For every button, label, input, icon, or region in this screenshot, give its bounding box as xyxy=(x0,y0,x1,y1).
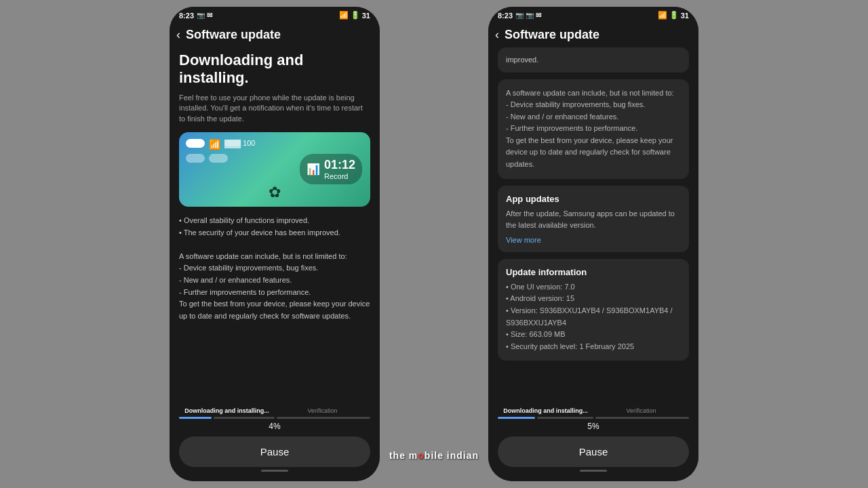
right-progress-track xyxy=(498,417,689,419)
left-progress-empty1 xyxy=(214,417,275,419)
left-progress-track xyxy=(179,417,370,419)
right-info-box-update-desc: A software update can include, but is no… xyxy=(498,79,689,179)
preview-waveform-icon: 📊 xyxy=(307,163,320,176)
left-downloading-title: Downloading and installing. xyxy=(179,52,370,87)
right-progress-percent: 5% xyxy=(498,422,689,431)
right-app-updates-text: After the update, Samsung apps can be up… xyxy=(506,208,681,232)
left-progress-filled xyxy=(179,417,212,419)
left-battery: 31 xyxy=(362,12,370,20)
right-update-info-lines: • One UI version: 7.0 • Android version:… xyxy=(506,281,681,353)
right-progress-empty1 xyxy=(537,417,593,419)
right-update-line-5: • Security patch level: 1 February 2025 xyxy=(506,341,681,353)
left-progress-percent: 4% xyxy=(179,422,370,431)
toggle-1 xyxy=(186,139,205,148)
left-bottom-bar: Downloading and installing... Verificati… xyxy=(170,402,380,481)
right-content: improved. A software update can include,… xyxy=(488,47,698,402)
left-subtitle: Feel free to use your phone while the up… xyxy=(179,93,370,124)
preview-flower-icon: ✿ xyxy=(269,184,281,201)
right-label-downloading: Downloading and installing... xyxy=(498,407,593,414)
left-header: ‹ Software update xyxy=(170,22,380,47)
screen-container: 8:23 📷 ✉ 📶 🔋 31 ‹ Software update Downlo… xyxy=(0,0,868,488)
right-update-line-1: • One UI version: 7.0 xyxy=(506,281,681,293)
watermark-text-before: the m xyxy=(389,450,418,461)
left-progress-empty2 xyxy=(277,417,370,419)
watermark-red-letter: o xyxy=(418,450,425,461)
left-phone: 8:23 📷 ✉ 📶 🔋 31 ‹ Software update Downlo… xyxy=(170,7,380,481)
right-update-line-2: • Android version: 15 xyxy=(506,293,681,305)
left-progress-labels: Downloading and installing... Verificati… xyxy=(179,407,370,414)
right-progress-labels: Downloading and installing... Verificati… xyxy=(498,407,689,414)
preview-time: 01:12 xyxy=(324,158,355,172)
right-update-line-4: • Size: 663.09 MB xyxy=(506,329,681,341)
right-status-icons: 📷 📷 ✉ xyxy=(515,12,541,19)
left-label-downloading: Downloading and installing... xyxy=(179,407,275,414)
right-signal: 📶 xyxy=(658,11,667,20)
left-status-bar: 8:23 📷 ✉ 📶 🔋 31 xyxy=(170,7,380,22)
right-update-line-3: • Version: S936BXXU1AYB4 / S936BOXM1AYB4… xyxy=(506,305,681,329)
right-header-title: Software update xyxy=(505,28,599,42)
left-bullets: • Overall stability of functions improve… xyxy=(179,215,370,322)
right-battery: 31 xyxy=(681,12,689,20)
right-app-updates-title: App updates xyxy=(506,194,681,204)
right-pause-button[interactable]: Pause xyxy=(498,436,689,467)
left-content: Downloading and installing. Feel free to… xyxy=(170,47,380,402)
right-home-indicator xyxy=(580,470,607,472)
preview-left-icons: 📶 ▓▓▓ 100 xyxy=(186,139,255,163)
left-phone-preview: 📶 ▓▓▓ 100 📊 01:12 Record ✿ xyxy=(179,132,370,207)
right-status-bar: 8:23 📷 📷 ✉ 📶 🔋 31 xyxy=(488,7,698,22)
right-header: ‹ Software update xyxy=(488,22,698,47)
toggle-3 xyxy=(209,154,228,163)
right-partial-box: improved. xyxy=(498,47,689,73)
toggle-row: 📶 ▓▓▓ 100 xyxy=(186,139,255,150)
right-progress-empty2 xyxy=(595,417,689,419)
watermark: the mobile indian xyxy=(389,450,479,481)
left-time: 8:23 xyxy=(179,12,194,20)
toggle-2 xyxy=(186,154,205,163)
left-header-title: Software update xyxy=(186,28,281,42)
right-update-info-title: Update information xyxy=(506,267,681,277)
left-status-icons: 📷 ✉ xyxy=(197,12,212,19)
toggle-row-2 xyxy=(186,154,255,163)
right-progress-filled xyxy=(498,417,535,419)
left-back-button[interactable]: ‹ xyxy=(176,28,180,42)
right-phone: 8:23 📷 📷 ✉ 📶 🔋 31 ‹ Software update impr… xyxy=(488,7,698,481)
right-app-updates-box: App updates After the update, Samsung ap… xyxy=(498,186,689,252)
left-label-verification: Verification xyxy=(275,407,370,414)
right-partial-text: improved. xyxy=(506,54,681,66)
right-info-box-text: A software update can include, but is no… xyxy=(506,87,681,171)
left-pause-button[interactable]: Pause xyxy=(179,436,370,467)
left-home-indicator xyxy=(261,470,288,472)
right-back-button[interactable]: ‹ xyxy=(495,28,499,42)
right-update-info-box: Update information • One UI version: 7.0… xyxy=(498,259,689,361)
right-time: 8:23 xyxy=(498,12,513,20)
watermark-text-after: bile indian xyxy=(425,450,479,461)
right-battery-icon: 🔋 xyxy=(669,11,679,20)
wifi-icon: 📶 xyxy=(209,139,220,150)
preview-badge: 📊 01:12 Record xyxy=(300,154,362,184)
right-view-more-link[interactable]: View more xyxy=(506,236,681,244)
right-bottom-bar: Downloading and installing... Verificati… xyxy=(488,402,698,481)
left-battery-icon: 🔋 xyxy=(351,11,360,20)
left-signal: 📶 xyxy=(339,11,349,20)
center-space: the mobile indian xyxy=(393,7,475,481)
bar-icon: ▓▓▓ 100 xyxy=(224,139,255,150)
preview-record: Record xyxy=(324,172,355,180)
right-label-verification: Verification xyxy=(593,407,689,414)
